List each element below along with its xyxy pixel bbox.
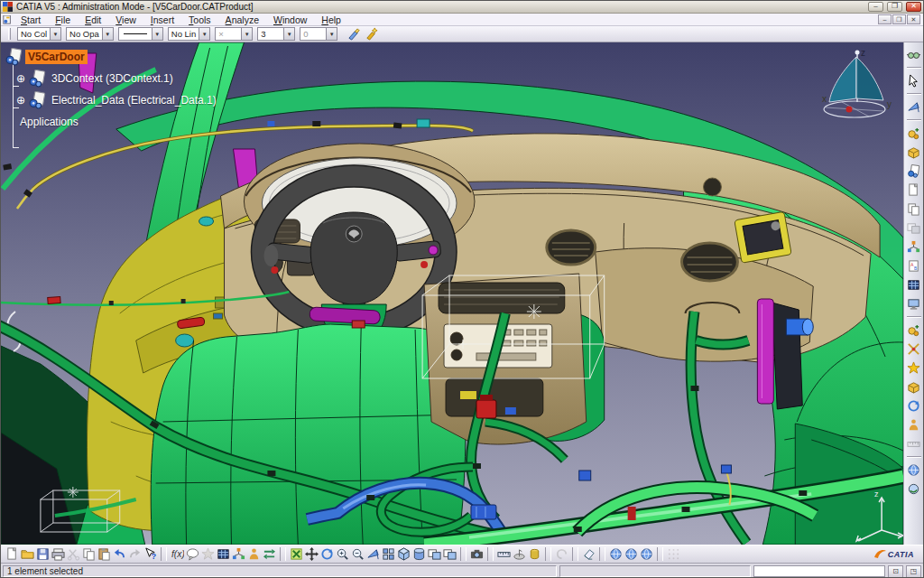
chevron-down-icon[interactable]: ▼ — [50, 28, 60, 40]
expand-icon[interactable]: ⊕ — [15, 95, 26, 106]
power-input-field[interactable] — [753, 565, 885, 577]
hide-show-icon[interactable] — [427, 546, 442, 562]
formula-fx-icon[interactable]: f(x) — [170, 546, 185, 562]
manage-representations-icon[interactable] — [906, 296, 921, 312]
thickness-combo[interactable]: 3▼ — [257, 27, 295, 41]
restore-button[interactable]: ❐ — [887, 2, 902, 12]
mdi-close-button[interactable]: ✕ — [907, 14, 920, 24]
catalog-browser-icon[interactable] — [608, 546, 624, 562]
print-icon[interactable] — [51, 546, 66, 562]
line-weight-combo[interactable]: No Lin▼ — [168, 27, 210, 41]
3d-viewport[interactable]: z V5CarDoor ⊕ 3DContext (3DContext.1) — [1, 42, 903, 545]
graph-tree-reordering-icon[interactable] — [906, 239, 921, 255]
menu-analyze[interactable]: Analyze — [218, 14, 266, 25]
catalog-icon[interactable] — [906, 481, 921, 497]
explode-icon[interactable] — [906, 379, 921, 395]
menu-edit[interactable]: Edit — [78, 14, 108, 25]
whats-this-icon[interactable]: ? — [143, 546, 158, 562]
web-browser-icon[interactable] — [624, 546, 639, 562]
generate-numbering-icon[interactable]: AB — [906, 258, 921, 274]
swap-visible-space-icon[interactable] — [442, 546, 457, 562]
isometric-view-icon[interactable] — [396, 546, 411, 562]
new-product-icon[interactable] — [906, 144, 921, 160]
menu-start[interactable]: Start — [14, 14, 48, 25]
design-table-icon[interactable] — [216, 546, 231, 562]
chevron-down-icon[interactable]: ▼ — [102, 28, 113, 40]
fill-color-combo[interactable]: No Col▼ — [17, 27, 61, 41]
open-icon[interactable] — [20, 546, 35, 562]
screen-capture-icon[interactable] — [469, 546, 485, 562]
product-graph-icon[interactable] — [231, 546, 246, 562]
minimize-button[interactable]: ‒ — [868, 2, 883, 12]
menu-file[interactable]: File — [48, 14, 78, 25]
menu-view[interactable]: View — [108, 14, 143, 25]
related-pages-icon[interactable] — [639, 546, 654, 562]
air-vent-left[interactable] — [547, 230, 596, 265]
chevron-down-icon[interactable]: ▼ — [199, 28, 209, 40]
rotate-icon[interactable] — [319, 546, 335, 562]
mdi-restore-button[interactable]: ❐ — [892, 14, 906, 24]
3d-compass[interactable]: z y x — [818, 46, 896, 129]
comment-icon[interactable] — [185, 546, 200, 562]
tree-node-root[interactable]: V5CarDoor — [5, 46, 219, 68]
zoom-in-icon[interactable] — [335, 546, 350, 562]
catalog-item-icon[interactable] — [246, 546, 262, 562]
undo-icon[interactable] — [112, 546, 127, 562]
save-icon[interactable] — [35, 546, 51, 562]
tree-node-applications[interactable]: Applications — [17, 111, 219, 133]
new-document-icon[interactable] — [5, 546, 20, 562]
center-stack[interactable] — [424, 274, 587, 444]
magenta-module[interactable] — [757, 299, 773, 404]
air-vent-right[interactable] — [682, 243, 738, 281]
existing-component-icon[interactable] — [906, 182, 921, 198]
paste-icon[interactable] — [97, 546, 112, 562]
publications-icon[interactable] — [906, 417, 921, 433]
graphic-properties-painter-icon[interactable] — [346, 26, 362, 42]
blue-connector[interactable] — [471, 505, 496, 519]
expand-icon[interactable]: ⊕ — [15, 73, 26, 84]
menu-help[interactable]: Help — [314, 14, 348, 25]
menu-tools[interactable]: Tools — [181, 14, 218, 25]
new-component-icon[interactable] — [906, 126, 921, 141]
expand-command-button[interactable]: ◳ — [906, 565, 921, 578]
tree-node-label[interactable]: 3DContext (3DContext.1) — [49, 71, 176, 86]
tree-node-label[interactable]: V5CarDoor — [25, 50, 88, 64]
painter-wizard-icon[interactable] — [364, 26, 379, 42]
menu-insert[interactable]: Insert — [143, 14, 181, 25]
close-button[interactable]: ✕ — [906, 2, 921, 12]
toolbar-grip[interactable] — [8, 28, 11, 40]
chevron-down-icon[interactable]: ▼ — [241, 28, 252, 40]
new-part-icon[interactable] — [906, 163, 921, 179]
erase-icon[interactable] — [581, 546, 596, 562]
inertia-icon[interactable] — [527, 546, 542, 562]
menu-window[interactable]: Window — [266, 14, 314, 25]
tree-node-3dcontext[interactable]: ⊕ 3DContext (3DContext.1) — [15, 68, 219, 89]
compass-base-point[interactable] — [846, 107, 853, 113]
dock-command-button[interactable]: ⊡ — [888, 565, 903, 578]
render-style-icon[interactable] — [411, 546, 427, 562]
multi-instantiation-icon[interactable] — [906, 322, 921, 338]
zoom-out-icon[interactable] — [350, 546, 365, 562]
normal-view-icon[interactable] — [365, 546, 381, 562]
measure-item-icon[interactable] — [512, 546, 527, 562]
chevron-down-icon[interactable]: ▼ — [283, 28, 294, 40]
send-to-icon[interactable] — [906, 462, 921, 478]
quick-views-icon[interactable] — [381, 546, 396, 562]
smart-move-icon[interactable] — [906, 360, 921, 376]
red-connector[interactable] — [476, 400, 496, 418]
update-positions-icon[interactable] — [906, 398, 921, 414]
select-icon[interactable] — [906, 73, 921, 89]
tree-node-electrical-data[interactable]: ⊕ Electrical_Data (Electrical_Data.1) — [15, 89, 219, 111]
selective-load-icon[interactable] — [906, 277, 921, 293]
line-type-combo[interactable]: ▼ — [118, 27, 163, 41]
fit-all-in-icon[interactable] — [289, 546, 304, 562]
mdi-minimize-button[interactable]: ‒ — [878, 14, 892, 24]
chevron-down-icon[interactable]: ▼ — [326, 28, 337, 40]
chevron-down-icon[interactable]: ▼ — [152, 28, 162, 40]
existing-component-positioned-icon[interactable] — [906, 201, 921, 217]
tree-node-label[interactable]: Electrical_Data (Electrical_Data.1) — [49, 93, 219, 107]
opacity-combo[interactable]: No Opa▼ — [66, 27, 114, 41]
measure-between-icon[interactable] — [496, 546, 512, 562]
tree-node-label[interactable]: Applications — [17, 115, 81, 129]
pan-icon[interactable] — [304, 546, 319, 562]
